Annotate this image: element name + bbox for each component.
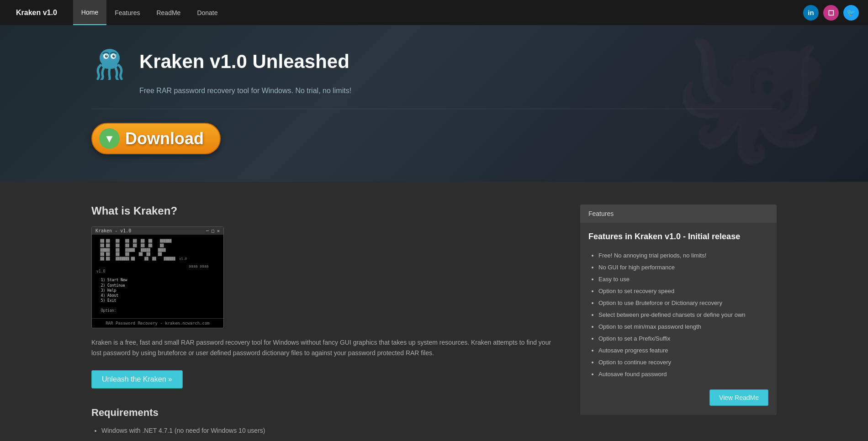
ascii-art: ██ ██ ██ ██ ██ ██ ██ ██████ ██ ██ ██ ██ … (96, 239, 219, 262)
screenshot-titlebar: Kraken - v1.0 ─ □ ✕ (92, 227, 223, 235)
description-text: Kraken is a free, fast and small RAR pas… (91, 337, 553, 359)
nav-features[interactable]: Features (106, 0, 148, 25)
nav-readme[interactable]: ReadMe (148, 0, 189, 25)
feature-item-5: Option to use Bruteforce or Dictionary r… (598, 297, 768, 309)
feature-item-4: Option to set recovery speed (598, 285, 768, 297)
feature-item-2: No GUI for high performance (598, 262, 768, 273)
screenshot-title: Kraken - v1.0 (95, 228, 131, 233)
download-arrow-icon: ▼ (99, 128, 120, 149)
content-left: What is Kraken? Kraken - v1.0 ─ □ ✕ ██ █… (91, 205, 553, 437)
unleash-button[interactable]: Unleash the Kraken » (91, 370, 183, 388)
twitter-icon[interactable]: 🐦 (843, 5, 859, 21)
screenshot-subtitle: aaaa aaaa v1.0 (96, 264, 219, 274)
linkedin-icon[interactable]: in (803, 5, 819, 21)
navbar-brand: Kraken v1.0 (9, 9, 64, 17)
feature-item-7: Option to set min/max password length (598, 321, 768, 333)
screenshot-menu2: 2) Continue (96, 283, 219, 288)
view-readme-button[interactable]: View ReadMe (709, 389, 768, 406)
svg-point-5 (106, 55, 107, 56)
nav-links: Home Features ReadMe Donate (73, 0, 803, 25)
requirements-heading: Requirements (91, 407, 553, 419)
features-panel-container: Features Features in Kraken v1.0 - Initi… (580, 205, 777, 415)
features-panel: Features Features in Kraken v1.0 - Initi… (580, 205, 777, 437)
features-title: Features in Kraken v1.0 - Initial releas… (588, 232, 768, 242)
screenshot-menu3: 3) Help (96, 288, 219, 293)
screenshot-menu1: 1) Start New (96, 278, 219, 283)
features-panel-header: Features (580, 205, 777, 223)
screenshot-controls: ─ □ ✕ (206, 228, 220, 233)
feature-item-8: Option to set a Prefix/Suffix (598, 333, 768, 345)
social-links: in ◻ 🐦 (803, 5, 859, 21)
screenshot-footer: RAR Password Recovery - kraken.ncwarch.c… (92, 318, 223, 328)
screenshot-body: ██ ██ ██ ██ ██ ██ ██ ██████ ██ ██ ██ ██ … (92, 235, 223, 318)
feature-item-1: Free! No annoying trial periods, no limi… (598, 250, 768, 262)
download-button[interactable]: ▼ Download (91, 123, 221, 154)
app-screenshot: Kraken - v1.0 ─ □ ✕ ██ ██ ██ ██ ██ ██ ██… (91, 226, 224, 328)
svg-point-7 (101, 62, 118, 69)
nav-home[interactable]: Home (73, 0, 106, 25)
svg-point-4 (112, 55, 115, 58)
kraken-logo-icon (91, 43, 128, 80)
hero-section: 🐙 Kraken v1.0 Unleashed F (0, 25, 868, 182)
content-section: What is Kraken? Kraken - v1.0 ─ □ ✕ ██ █… (0, 182, 868, 441)
hero-bg-decoration: 🐙 (672, 30, 831, 158)
hero-title: Kraken v1.0 Unleashed (139, 51, 349, 73)
features-panel-body: Features in Kraken v1.0 - Initial releas… (580, 223, 777, 415)
svg-point-3 (105, 55, 108, 58)
screenshot-menu5: 5) Exit (96, 298, 219, 303)
feature-item-6: Select between pre-defined charsets or d… (598, 309, 768, 321)
instagram-icon[interactable]: ◻ (823, 5, 839, 21)
feature-item-11: Autosave found password (598, 368, 768, 380)
svg-point-6 (114, 55, 115, 56)
features-list: Free! No annoying trial periods, no limi… (588, 250, 768, 380)
nav-donate[interactable]: Donate (189, 0, 226, 25)
requirements-list: Windows with .NET 4.7.1 (no need for Win… (91, 424, 553, 437)
download-label: Download (125, 129, 204, 148)
screenshot-option-label: Option: (96, 308, 219, 313)
feature-item-3: Easy to use (598, 273, 768, 285)
navbar: Kraken v1.0 Home Features ReadMe Donate … (0, 0, 868, 25)
req-item-1: Windows with .NET 4.7.1 (no need for Win… (101, 424, 553, 437)
feature-item-9: Autosave progress feature (598, 345, 768, 357)
feature-item-10: Option to continue recovery (598, 357, 768, 368)
screenshot-menu4: 4) About (96, 293, 219, 298)
what-is-heading: What is Kraken? (91, 205, 553, 217)
